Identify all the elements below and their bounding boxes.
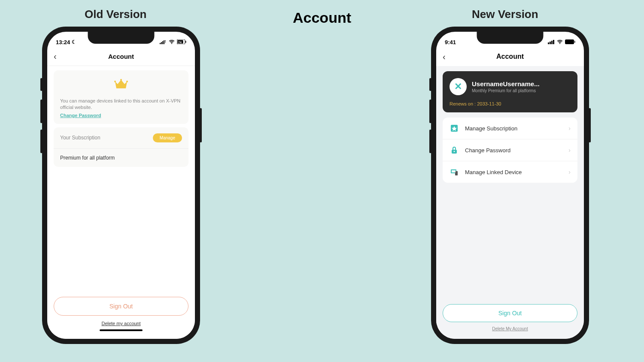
lock-icon [450, 145, 459, 155]
new-phone-frame: 9:41 ‹ Account ✕ UsernameUsername... [431, 27, 589, 344]
delete-account-link[interactable]: Delete my account [54, 321, 188, 326]
svg-rect-14 [548, 42, 549, 44]
chevron-right-icon: › [568, 169, 571, 175]
svg-rect-15 [550, 42, 551, 44]
signal-icon [548, 39, 555, 45]
delete-account-link[interactable]: Delete My Account [443, 326, 577, 331]
manage-device-item[interactable]: Manage Linked Device › [443, 161, 577, 183]
svg-rect-0 [160, 43, 161, 44]
subscription-card: Your Subscription Manage Premium for all… [54, 127, 188, 167]
status-time: 13:24 [56, 39, 70, 45]
status-time: 9:41 [445, 39, 456, 45]
phone-side-button [429, 78, 431, 91]
svg-point-5 [165, 42, 166, 42]
moon-icon: ☾ [72, 39, 76, 45]
phone-side-button [40, 100, 43, 123]
new-version-label: New Version [472, 8, 538, 21]
sign-out-button[interactable]: Sign Out [443, 304, 577, 322]
menu-label: Manage Linked Device [465, 169, 568, 175]
battery-icon: 74 [177, 39, 186, 45]
phone-side-button [429, 100, 431, 123]
devices-icon [450, 167, 459, 177]
nav-bar: ‹ Account [436, 47, 584, 66]
svg-point-23 [454, 151, 455, 152]
menu-label: Manage Subscription [465, 125, 568, 132]
plan-text: Monthly Premium for all platforms [472, 88, 571, 93]
old-version-label: Old Version [85, 8, 147, 21]
avatar: ✕ [450, 78, 467, 95]
svg-point-18 [559, 43, 560, 44]
wifi-icon [557, 39, 563, 45]
crown-icon [114, 78, 128, 89]
phone-side-button [429, 130, 431, 153]
manage-subscription-item[interactable]: Manage Subscription › [443, 118, 577, 139]
svg-rect-9 [185, 41, 186, 43]
svg-rect-3 [164, 40, 164, 44]
svg-point-12 [120, 79, 122, 81]
menu-label: Change Password [465, 147, 568, 154]
svg-point-4 [165, 40, 166, 41]
phone-side-button [40, 78, 43, 91]
svg-rect-2 [162, 41, 163, 44]
subscription-icon [450, 124, 459, 133]
subscription-plan: Premium for all platform [54, 149, 188, 167]
battery-icon [565, 39, 575, 45]
phone-side-button [40, 130, 43, 153]
username: UsernameUsername... [472, 80, 571, 87]
chevron-right-icon: › [568, 147, 571, 154]
nav-title: Account [496, 53, 524, 60]
old-phone-frame: 13:24 ☾ 74 ‹ Account You can manage devi… [42, 27, 200, 344]
wifi-icon [169, 39, 175, 45]
signal-icon [160, 39, 167, 45]
user-card: ✕ UsernameUsername... Monthly Premium fo… [443, 71, 577, 112]
svg-point-6 [171, 43, 172, 44]
menu-card: Manage Subscription › Change Password › … [443, 118, 577, 183]
subscription-label: Your Subscription [60, 135, 100, 141]
nav-bar: ‹ Account [47, 47, 195, 66]
back-button[interactable]: ‹ [54, 51, 57, 61]
page-title: Account [293, 9, 351, 26]
change-password-item[interactable]: Change Password › [443, 139, 577, 161]
manage-button[interactable]: Manage [153, 133, 182, 142]
account-description: You can manage devices linked to this ac… [60, 98, 182, 111]
back-button[interactable]: ‹ [443, 52, 446, 62]
svg-point-11 [114, 81, 116, 82]
svg-point-13 [126, 81, 128, 82]
chevron-right-icon: › [568, 125, 571, 132]
svg-rect-20 [574, 41, 575, 43]
change-password-link[interactable]: Change Password [60, 113, 182, 118]
account-info-card: You can manage devices linked to this ac… [54, 70, 188, 124]
svg-rect-1 [161, 42, 162, 44]
renewal-date: Renews on : 2033-11-30 [450, 101, 571, 106]
svg-rect-26 [452, 170, 456, 172]
phone-notch [477, 32, 544, 44]
sign-out-button[interactable]: Sign Out [54, 297, 188, 316]
phone-side-button [589, 108, 591, 142]
avatar-logo-icon: ✕ [454, 81, 462, 92]
nav-title: Account [108, 53, 134, 60]
home-indicator [100, 329, 143, 331]
phone-notch [88, 32, 155, 44]
svg-text:74: 74 [178, 40, 182, 43]
phone-side-button [200, 108, 202, 142]
svg-rect-19 [565, 39, 574, 44]
svg-rect-17 [553, 40, 554, 44]
svg-rect-16 [551, 41, 553, 44]
